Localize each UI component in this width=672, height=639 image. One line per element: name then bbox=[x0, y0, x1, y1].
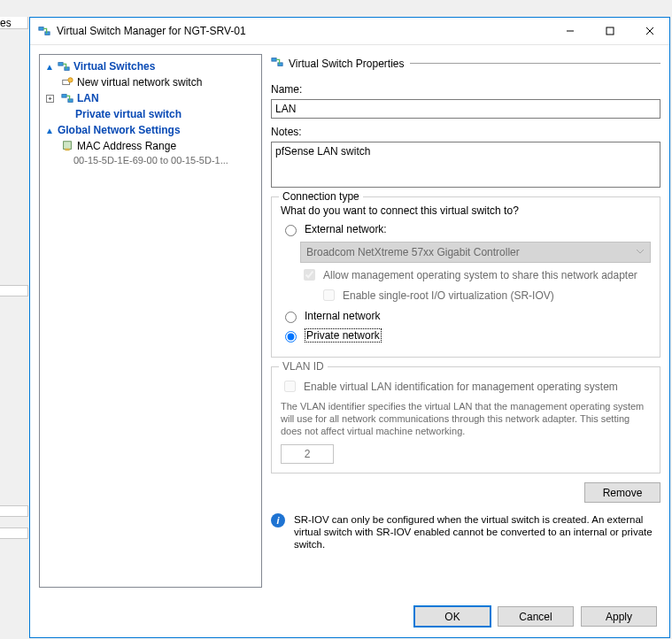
notes-label: Notes: bbox=[271, 126, 660, 138]
tree-item-label: LAN bbox=[77, 92, 99, 104]
close-button[interactable] bbox=[630, 18, 669, 44]
bg-fragment bbox=[0, 505, 28, 517]
minimize-button[interactable] bbox=[550, 18, 590, 44]
switch-icon bbox=[61, 92, 73, 104]
external-adapter-select: Broadcom NetXtreme 57xx Gigabit Controll… bbox=[300, 242, 651, 263]
info-text: SR-IOV can only be configured when the v… bbox=[294, 513, 660, 550]
panel-header: Virtual Switch Properties bbox=[289, 58, 405, 70]
connection-question: What do you want to connect this virtual… bbox=[281, 204, 651, 217]
maximize-button[interactable] bbox=[590, 18, 630, 44]
group-legend: VLAN ID bbox=[279, 360, 328, 373]
expand-icon[interactable]: + bbox=[46, 95, 54, 103]
radio-private[interactable] bbox=[285, 331, 297, 343]
separator bbox=[410, 63, 661, 64]
tree-section-global[interactable]: ▲ Global Network Settings bbox=[40, 122, 261, 138]
svg-point-6 bbox=[68, 78, 73, 82]
chk-allow-mgmt bbox=[304, 269, 315, 281]
radio-external[interactable] bbox=[285, 225, 297, 236]
vlan-id-input bbox=[281, 444, 334, 464]
tree-section-virtual-switches[interactable]: ▲ Virtual Switches bbox=[40, 58, 261, 74]
radio-private-label: Private network bbox=[305, 328, 382, 343]
group-connection-type: Connection type What do you want to conn… bbox=[271, 196, 660, 358]
tree-item-lan[interactable]: + LAN bbox=[40, 90, 261, 106]
chk-sriov bbox=[323, 289, 335, 301]
remove-button[interactable]: Remove bbox=[584, 482, 660, 503]
chk-allow-mgmt-label: Allow management operating system to sha… bbox=[323, 269, 637, 281]
svg-rect-7 bbox=[62, 95, 66, 98]
tree-section-label: Virtual Switches bbox=[73, 60, 155, 73]
titlebar[interactable]: Virtual Switch Manager for NGT-SRV-01 bbox=[30, 18, 669, 45]
svg-rect-10 bbox=[65, 149, 69, 151]
bg-fragment bbox=[0, 285, 28, 296]
svg-rect-11 bbox=[272, 58, 276, 62]
chk-vlan-row: Enable virtual LAN identification for ma… bbox=[281, 378, 651, 395]
virtual-switch-icon bbox=[58, 60, 70, 73]
dialog-footer: OK Cancel Apply bbox=[30, 597, 669, 637]
tree-item-new-switch[interactable]: New virtual network switch bbox=[40, 74, 261, 90]
ok-button[interactable]: OK bbox=[414, 606, 490, 627]
svg-rect-0 bbox=[39, 27, 43, 31]
tree-item-label: Private virtual switch bbox=[75, 108, 182, 120]
radio-internal-label: Internal network bbox=[305, 310, 380, 322]
svg-rect-9 bbox=[64, 142, 72, 150]
radio-internal-row[interactable]: Internal network bbox=[281, 309, 651, 323]
virtual-switch-icon bbox=[37, 24, 51, 38]
group-vlan: VLAN ID Enable virtual LAN identificatio… bbox=[271, 366, 660, 473]
radio-external-row[interactable]: External network: bbox=[281, 222, 651, 236]
adapter-text: Broadcom NetXtreme 57xx Gigabit Controll… bbox=[306, 246, 520, 258]
radio-internal[interactable] bbox=[285, 312, 297, 323]
chk-allow-mgmt-row: Allow management operating system to sha… bbox=[300, 266, 651, 283]
tree-panel: ▲ Virtual Switches New virtual network s… bbox=[39, 54, 262, 588]
bg-fragment: es bbox=[0, 17, 28, 29]
chevron-down-icon bbox=[636, 246, 645, 258]
name-label: Name: bbox=[271, 83, 660, 96]
notes-input[interactable] bbox=[271, 142, 660, 188]
svg-rect-4 bbox=[65, 67, 69, 71]
chk-vlan-label: Enable virtual LAN identification for ma… bbox=[304, 381, 618, 393]
chk-sriov-label: Enable single-root I/O virtualization (S… bbox=[343, 289, 554, 302]
tree-item-mac-range-sub: 00-15-5D-1E-69-00 to 00-15-5D-1... bbox=[40, 154, 261, 166]
chk-sriov-row: Enable single-root I/O virtualization (S… bbox=[320, 287, 651, 304]
svg-rect-12 bbox=[278, 63, 282, 66]
chk-vlan-enable bbox=[284, 381, 296, 392]
vlan-help-text: The VLAN identifier specifies the virtua… bbox=[281, 400, 651, 437]
info-note: i SR-IOV can only be configured when the… bbox=[271, 513, 660, 550]
cancel-button[interactable]: Cancel bbox=[498, 606, 574, 627]
tree-section-label: Global Network Settings bbox=[58, 124, 181, 136]
tree-item-label: New virtual network switch bbox=[77, 76, 202, 89]
svg-rect-1 bbox=[45, 32, 50, 35]
svg-rect-3 bbox=[58, 63, 63, 66]
window-title: Virtual Switch Manager for NGT-SRV-01 bbox=[57, 25, 550, 37]
new-switch-icon bbox=[61, 76, 73, 89]
collapse-icon: ▲ bbox=[45, 62, 54, 72]
radio-private-row[interactable]: Private network bbox=[281, 328, 651, 343]
radio-external-label: External network: bbox=[305, 223, 387, 235]
group-legend: Connection type bbox=[279, 190, 363, 203]
tree-item-label: MAC Address Range bbox=[77, 140, 176, 152]
nic-icon bbox=[61, 140, 73, 152]
svg-rect-8 bbox=[68, 99, 73, 103]
info-icon: i bbox=[271, 513, 285, 527]
collapse-icon: ▲ bbox=[45, 126, 54, 135]
virtual-switch-icon bbox=[271, 56, 283, 71]
svg-rect-2 bbox=[606, 27, 614, 35]
bg-fragment bbox=[0, 527, 28, 539]
tree-item-lan-sub[interactable]: Private virtual switch bbox=[40, 106, 261, 122]
dialog-virtual-switch-manager: Virtual Switch Manager for NGT-SRV-01 ▲ … bbox=[29, 17, 670, 638]
apply-button[interactable]: Apply bbox=[581, 606, 657, 627]
name-input[interactable] bbox=[271, 99, 660, 119]
tree-item-mac-range[interactable]: MAC Address Range bbox=[40, 138, 261, 154]
properties-panel: Virtual Switch Properties Name: Notes: C… bbox=[271, 54, 660, 588]
